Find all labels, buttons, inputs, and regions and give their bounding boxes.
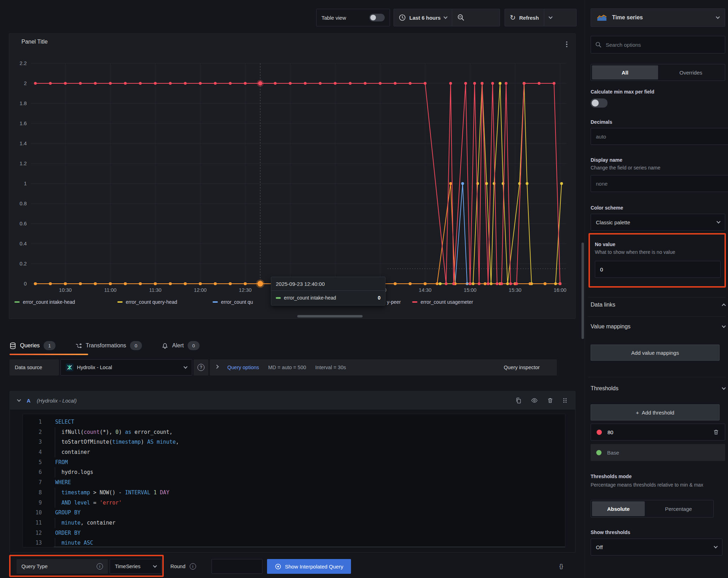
query-row-header[interactable]: A (Hydrolix - Local) [10,391,575,410]
datasource-label: Data source [9,359,59,375]
legend-label: error_count qu [221,299,253,305]
refresh-label: Refresh [519,15,539,21]
thresholds-section[interactable]: Thresholds [591,385,725,392]
timeseries-chart[interactable]: 2.221.81.61.41.210.80.60.40.2010:3011:00… [9,50,576,296]
sql-editor[interactable]: 1SELECT2 ifNull(count(*), 0) as error_co… [22,414,565,547]
hydrolix-logo-icon [66,364,73,371]
svg-text:1.8: 1.8 [20,101,27,106]
tooltip-series-value: 0 [378,295,381,301]
data-links-title: Data links [591,302,615,308]
max-datapoints-text: MD = auto = 500 [268,365,306,370]
query-inspector-button[interactable]: Query inspector [487,359,557,375]
legend-swatch-red [412,301,417,303]
drag-handle[interactable] [563,397,567,404]
time-range-group: Last 6 hours [394,9,500,26]
time-range-button[interactable]: Last 6 hours [394,9,452,26]
line-number: 5 [23,457,51,468]
code-braces-button[interactable]: {} [559,559,563,574]
sql-line: 11 minute, container [23,518,565,528]
mode-percentage[interactable]: Percentage [645,501,712,516]
search-options-input[interactable] [605,41,721,48]
tab-overrides[interactable]: Overrides [658,65,724,79]
sql-line: 8 timestamp > NOW() - INTERVAL 1 DAY [23,488,565,498]
sql-line: 5FROM [23,457,565,468]
legend-label: error_count query-head [126,299,177,305]
refresh-button[interactable]: ↻ Refresh [505,9,544,26]
bell-icon [162,342,168,349]
hide-query-button[interactable] [531,397,538,404]
add-threshold-button[interactable]: + Add threshold [591,404,720,420]
trash-icon [547,397,553,404]
zoom-out-button[interactable] [452,9,470,26]
legend-item-truncated-blue[interactable]: error_count qu [213,298,253,306]
no-value-highlight-box [589,233,726,288]
legend-label: error_count intake-head [23,299,75,305]
svg-text:0.2: 0.2 [20,261,27,266]
line-number: 8 [23,488,51,498]
legend-swatch-green [14,301,20,303]
query-options-bar[interactable]: Query options MD = auto = 500 Interval =… [210,359,495,375]
copy-icon [515,397,522,404]
query-options-link[interactable]: Query options [227,365,259,370]
threshold-color-dot-green[interactable] [596,450,602,455]
collapse-chevron-icon[interactable] [17,398,21,402]
threshold-row-base: Base [591,444,725,461]
delete-threshold-button[interactable] [713,429,719,435]
show-thresholds-select[interactable]: Off [591,539,722,555]
svg-text:11:30: 11:30 [149,287,161,293]
chevron-down-icon [714,544,717,548]
query-editor-card: A (Hydrolix - Local) 1SELECT2 ifNull(cou… [9,391,576,553]
tab-transformations[interactable]: Transformations 0 [75,338,142,354]
mode-absolute[interactable]: Absolute [592,501,645,516]
options-tabs: All Overrides [591,64,725,81]
tooltip-series-row: error_count intake-head 0 [276,295,381,301]
threshold-value[interactable]: 80 [607,429,613,435]
svg-text:0.8: 0.8 [20,201,27,206]
sql-line: 12ORDER BY [23,528,565,538]
grafana-panel-editor: Table view Last 6 hours ↻ Refresh Panel … [0,0,728,578]
sql-line: 2 ifNull(count(*), 0) as error_count, [23,427,565,437]
legend-item-intake-head[interactable]: error_count intake-head [14,298,75,306]
decimals-input[interactable] [591,128,728,145]
query-type-select[interactable]: TimeSeries [110,559,162,574]
legend-swatch-blue [213,301,218,303]
tab-queries[interactable]: Queries 1 [9,338,56,354]
visualization-picker[interactable]: Time series [591,8,725,27]
datasource-picker[interactable]: Hydrolix - Local [60,359,192,375]
add-value-mappings-button[interactable]: Add value mappings [591,345,720,361]
table-view-toggle[interactable] [369,14,385,21]
sql-line: 1SELECT [23,417,565,427]
chevron-down-icon [548,15,552,19]
legend-item-query-head[interactable]: error_count query-head [117,298,177,306]
delete-query-button[interactable] [547,397,553,404]
round-input[interactable] [212,559,262,574]
data-links-section[interactable]: Data links [591,302,725,308]
show-interpolated-query-button[interactable]: Show Interpolated Query [267,559,351,574]
legend-item-usagemeter[interactable]: error_count usagemeter [412,298,473,306]
svg-text:1.2: 1.2 [20,161,27,166]
main-scrollbar[interactable] [581,243,584,339]
svg-text:1.6: 1.6 [20,121,27,126]
datasource-help-button[interactable]: ? [194,359,208,375]
value-mappings-section[interactable]: Value mappings [591,323,725,330]
panel-menu-button[interactable] [563,40,570,49]
calc-minmax-toggle[interactable] [591,98,607,108]
tab-alert[interactable]: Alert 0 [162,338,200,354]
legend-scrollbar[interactable] [297,315,363,317]
legend-item-truncated-peer[interactable]: y-peer [387,298,401,306]
color-scheme-select[interactable]: Classic palette [591,214,725,231]
query-ref-id: A [27,398,31,404]
svg-text:10:30: 10:30 [59,287,72,293]
search-options-box [591,36,725,53]
duplicate-query-button[interactable] [515,397,522,404]
svg-text:12:00: 12:00 [194,287,207,293]
chart-tooltip: 2025-09-23 12:40:00 error_count intake-h… [271,277,385,306]
refresh-interval-dropdown[interactable] [544,9,557,26]
tab-all[interactable]: All [592,65,658,79]
thresholds-mode-label: Thresholds mode Percentage means thresho… [591,473,725,488]
threshold-color-dot-red[interactable] [597,430,602,435]
display-name-input[interactable] [591,175,728,192]
threshold-row-80[interactable]: 80 [591,424,725,441]
calc-minmax-label: Calculate min max per field [591,89,725,95]
query-type-label: Query Type [21,564,48,569]
